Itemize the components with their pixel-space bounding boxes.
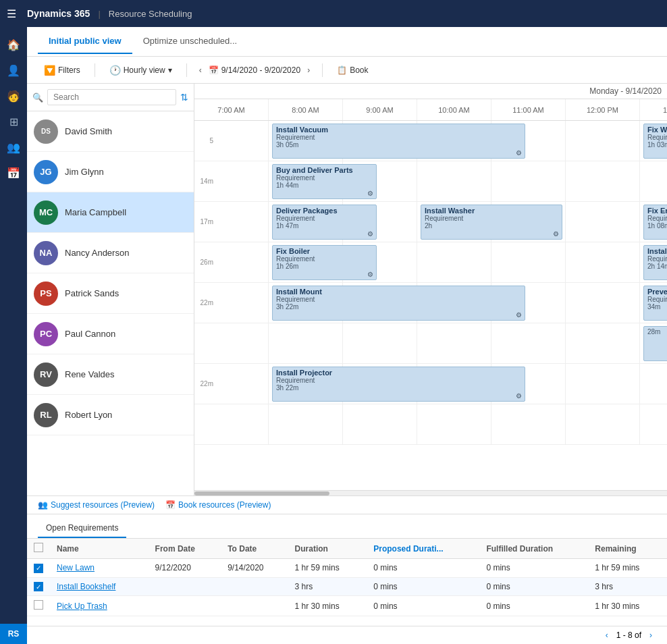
req-name-0[interactable]: New Lawn [50, 559, 149, 578]
grid-cell-paul-cannon-4[interactable] [491, 323, 566, 364]
grid-cell-robert-lyon-2[interactable] [343, 404, 417, 445]
open-requirements-tabs: Open Requirements [27, 514, 667, 539]
grid-cell-jim-glynn-6[interactable] [640, 161, 667, 202]
booking-patrick-sands-0[interactable]: Install MountRequirement3h 22m⚙ [272, 286, 525, 321]
sidebar-icon-person[interactable]: 🧑 [3, 85, 24, 107]
grid-cell-paul-cannon-1[interactable] [269, 323, 343, 364]
req-checkbox-0[interactable]: ✓ [27, 559, 50, 578]
req-select-all[interactable] [34, 543, 43, 552]
req-name-link-1[interactable]: Install Bookshelf [57, 582, 115, 591]
sidebar-icon-calendar[interactable]: 📅 [3, 162, 24, 184]
grid-cell-rene-valdes-6[interactable] [640, 364, 667, 404]
resource-item-rene-valdes[interactable]: RVRene Valdes [27, 354, 194, 395]
resource-item-patrick-sands[interactable]: PSPatrick Sands [27, 273, 194, 314]
req-name-2[interactable]: Pick Up Trash [50, 596, 149, 616]
booking-rene-valdes-0[interactable]: Install ProjectorRequirement3h 22m⚙ [272, 367, 525, 402]
grid-row-jim-glynn: 14mBuy and Deliver PartsRequirement1h 44… [194, 161, 667, 202]
hamburger-menu[interactable]: ☰ [7, 7, 16, 20]
req-col-6[interactable]: Fulfilled Duration [479, 539, 588, 559]
req-name-1[interactable]: Install Bookshelf [50, 577, 149, 596]
avatar-nancy-anderson: NA [34, 241, 58, 265]
booking-paul-cannon-0[interactable]: 28m [643, 326, 667, 361]
action-btn-book-resources[interactable]: 📅Book resources (Preview) [165, 500, 271, 510]
resource-item-robert-lyon[interactable]: RLRobert Lyon [27, 395, 194, 435]
grid-cell-patrick-sands-5[interactable] [566, 283, 640, 323]
book-button[interactable]: 📋 Book [331, 62, 374, 78]
tab-optimize-unscheduled[interactable]: Optimize unscheduled... [132, 29, 248, 54]
grid-cell-jim-glynn-3[interactable] [417, 161, 491, 202]
booking-nancy-anderson-0[interactable]: Fix BoilerRequirement1h 26m⚙ [272, 245, 377, 280]
resource-item-jim-glynn[interactable]: JGJim Glynn [27, 152, 194, 192]
avatar-patrick-sands: PS [34, 281, 58, 306]
req-col-3[interactable]: To Date [221, 539, 288, 559]
req-checkbox-2[interactable] [27, 596, 50, 616]
booking-maria-campbell-0[interactable]: Deliver PackagesRequirement1h 47m⚙ [272, 205, 377, 240]
grid-cell-paul-cannon-5[interactable] [566, 323, 640, 364]
booking-david-smith-1[interactable]: Fix Wa...Require...1h 03m [643, 124, 667, 159]
sidebar-icon-people[interactable]: 👥 [3, 136, 24, 158]
grid-cell-maria-campbell-5[interactable] [566, 202, 640, 242]
sidebar-icon-users[interactable]: 👤 [3, 59, 24, 81]
toolbar: 🔽 Filters 🕐 Hourly view ▾ ‹ 📅 9/14/2020 … [27, 57, 667, 84]
grid-cell-jim-glynn-5[interactable] [566, 161, 640, 202]
pagination-prev[interactable]: ‹ [602, 629, 612, 641]
grid-cell-nancy-anderson-5[interactable] [566, 242, 640, 283]
req-col-5[interactable]: Proposed Durati... [367, 539, 479, 559]
checkbox-0[interactable]: ✓ [34, 564, 43, 573]
resource-item-nancy-anderson[interactable]: NANancy Anderson [27, 233, 194, 273]
booking-maria-campbell-1[interactable]: Install WasherRequirement2h⚙ [421, 205, 562, 240]
resource-item-paul-cannon[interactable]: PCPaul Cannon [27, 314, 194, 354]
sidebar-icon-grid[interactable]: ⊞ [3, 111, 24, 132]
req-name-link-0[interactable]: New Lawn [57, 563, 95, 572]
search-input[interactable] [47, 89, 176, 105]
grid-cell-rene-valdes-5[interactable] [566, 364, 640, 404]
offset-label-jim-glynn-0: 14m [194, 178, 213, 185]
pagination-next[interactable]: › [645, 629, 656, 641]
horizontal-scrollbar[interactable] [194, 490, 667, 495]
booking-david-smith-0[interactable]: Install VacuumRequirement3h 05m⚙ [272, 124, 525, 159]
grid-cell-jim-glynn-4[interactable] [491, 161, 566, 202]
resource-item-maria-campbell[interactable]: MCMaria Campbell [27, 192, 194, 233]
resource-item-david-smith[interactable]: DSDavid Smith [27, 111, 194, 152]
booking-maria-campbell-2[interactable]: Fix Eng...Require...1h 08m [643, 205, 667, 240]
grid-cell-paul-cannon-2[interactable] [343, 323, 417, 364]
req-col-7[interactable]: Remaining [588, 539, 667, 559]
req-cell-2-0 [149, 596, 221, 616]
grid-cell-robert-lyon-5[interactable] [566, 404, 640, 445]
sidebar-icon-home[interactable]: 🏠 [3, 34, 24, 55]
booking-patrick-sands-1[interactable]: Prevent...Require...34m [643, 286, 667, 321]
grid-cell-paul-cannon-0[interactable] [194, 323, 269, 364]
requirements-table-container: NameFrom DateTo DateDurationProposed Dur… [27, 539, 667, 626]
grid-cell-nancy-anderson-3[interactable] [417, 242, 491, 283]
grid-cell-david-smith-5[interactable] [566, 121, 640, 161]
req-checkbox-1[interactable]: ✓ [27, 577, 50, 596]
checkbox-1[interactable]: ✓ [34, 582, 43, 591]
action-btn-suggest-resources[interactable]: 👥Suggest resources (Preview) [38, 500, 155, 510]
checkbox-2[interactable] [34, 600, 43, 610]
grid-cell-paul-cannon-3[interactable] [417, 323, 491, 364]
date-next-arrow[interactable]: › [303, 64, 314, 76]
action-label-book-resources: Book resources (Preview) [178, 500, 271, 510]
req-name-link-2[interactable]: Pick Up Trash [57, 601, 107, 611]
sort-icon[interactable]: ⇅ [180, 92, 188, 103]
grid-cell-robert-lyon-3[interactable] [417, 404, 491, 445]
grid-cell-robert-lyon-6[interactable] [640, 404, 667, 445]
time-header-100PM: 1:00 PM [640, 99, 667, 120]
grid-cell-robert-lyon-4[interactable] [491, 404, 566, 445]
grid-cell-robert-lyon-1[interactable] [269, 404, 343, 445]
grid-cell-robert-lyon-0[interactable] [194, 404, 269, 445]
booking-jim-glynn-0[interactable]: Buy and Deliver PartsRequirement1h 44m⚙ [272, 164, 377, 199]
req-col-1[interactable]: Name [50, 539, 149, 559]
date-prev-arrow[interactable]: ‹ [195, 64, 206, 76]
hourly-view-button[interactable]: 🕐 Hourly view ▾ [103, 61, 178, 79]
booking-nancy-anderson-1[interactable]: Install...Require...2h 14m [643, 245, 667, 280]
tab-initial-public-view[interactable]: Initial public view [38, 29, 132, 54]
req-col-2[interactable]: From Date [149, 539, 221, 559]
filters-button[interactable]: 🔽 Filters [38, 61, 86, 79]
req-col-4[interactable]: Duration [288, 539, 367, 559]
open-requirements-tab[interactable]: Open Requirements [38, 519, 126, 538]
grid-cell-nancy-anderson-4[interactable] [491, 242, 566, 283]
bottom-actions-bar: 👥Suggest resources (Preview)📅Book resour… [27, 496, 667, 514]
req-cell-1-4: 0 mins [479, 577, 588, 596]
scroll-thumb[interactable] [194, 491, 329, 495]
